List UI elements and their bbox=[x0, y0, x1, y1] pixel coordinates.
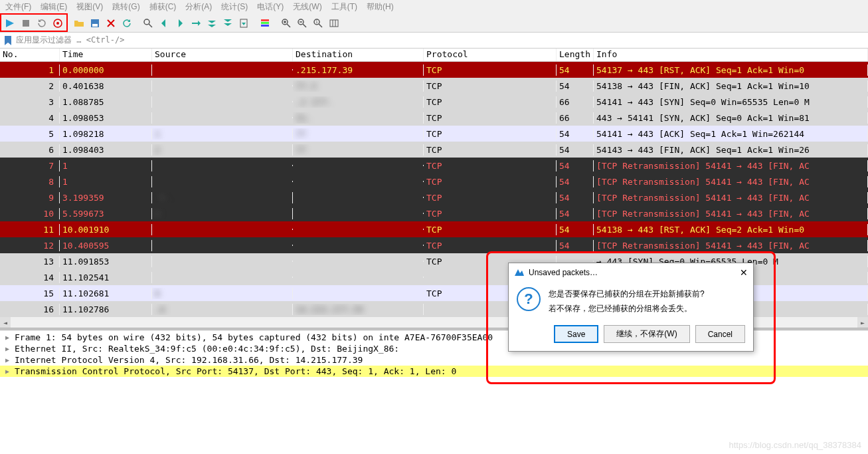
packet-row[interactable]: 41.098053 31.TCP66443 → 54141 [SYN, ACK]… bbox=[0, 110, 868, 126]
packet-row[interactable]: 71TCP54[TCP Retransmission] 54141 → 443 … bbox=[0, 158, 868, 173]
packet-row[interactable]: 105.599673 8TCP54[TCP Retransmission] 54… bbox=[0, 205, 868, 221]
expand-icon[interactable]: ▶ bbox=[5, 345, 15, 352]
filter-bar[interactable]: 应用显示过滤器 … <Ctrl-/> bbox=[0, 33, 868, 49]
expand-icon[interactable]: ▶ bbox=[5, 334, 15, 341]
watermark-text: https://blog.csdn.net/qq_38378384 bbox=[729, 440, 862, 450]
packet-row[interactable]: 61.098403 2 77TCP5454143 → 443 [FIN, ACK… bbox=[0, 142, 868, 158]
col-destination[interactable]: Destination bbox=[293, 49, 424, 61]
annotation-box-toolbar bbox=[0, 13, 68, 32]
close-file-icon[interactable] bbox=[104, 16, 118, 31]
svg-rect-14 bbox=[330, 20, 338, 27]
wireshark-icon bbox=[514, 267, 525, 278]
svg-rect-7 bbox=[261, 19, 269, 21]
svg-text:1: 1 bbox=[315, 19, 318, 24]
menu-wireless[interactable]: 无线(W) bbox=[293, 1, 321, 13]
go-to-icon[interactable] bbox=[189, 16, 203, 31]
menu-view[interactable]: 视图(V) bbox=[76, 1, 103, 13]
cancel-button[interactable]: Cancel bbox=[695, 325, 745, 343]
save-button[interactable]: Save bbox=[554, 325, 598, 343]
scroll-right-icon[interactable]: ► bbox=[857, 317, 868, 328]
annotation-box-dialog: Unsaved packets… ✕ ? 您是否要保存已捕获的分组在开始新捕获前… bbox=[486, 251, 776, 384]
resize-columns-icon[interactable] bbox=[327, 16, 341, 31]
save-file-icon[interactable] bbox=[88, 16, 102, 31]
toolbar: 1 bbox=[0, 14, 868, 33]
find-icon[interactable] bbox=[141, 16, 155, 31]
menu-help[interactable]: 帮助(H) bbox=[367, 1, 394, 13]
col-protocol[interactable]: Protocol bbox=[424, 49, 557, 61]
svg-rect-9 bbox=[261, 25, 269, 27]
packet-row[interactable]: 10.000000.215.177.39TCP5454137 → 443 [RS… bbox=[0, 62, 868, 78]
packet-row[interactable]: 1110.001910TCP5454138 → 443 [RST, ACK] S… bbox=[0, 221, 868, 237]
packet-row[interactable]: 20.401638 77.3TCP5454138 → 443 [FIN, ACK… bbox=[0, 78, 868, 94]
col-length[interactable]: Length bbox=[557, 49, 594, 61]
unsaved-dialog: Unsaved packets… ✕ ? 您是否要保存已捕获的分组在开始新捕获前… bbox=[508, 263, 754, 352]
zoom-reset-icon[interactable]: 1 bbox=[311, 16, 325, 31]
go-forward-icon[interactable] bbox=[173, 16, 187, 31]
svg-point-5 bbox=[144, 19, 149, 25]
packet-row[interactable]: 81TCP54[TCP Retransmission] 54141 → 443 … bbox=[0, 173, 868, 189]
packet-list-headers: No. Time Source Destination Protocol Len… bbox=[0, 49, 868, 62]
menu-go[interactable]: 跳转(G) bbox=[112, 1, 139, 13]
menubar: 文件(F) 编辑(E) 视图(V) 跳转(G) 捕获(C) 分析(A) 统计(S… bbox=[0, 0, 868, 14]
dialog-title: Unsaved packets… bbox=[529, 268, 598, 277]
col-no[interactable]: No. bbox=[0, 49, 60, 61]
expand-icon[interactable]: ▶ bbox=[5, 368, 15, 375]
packet-row[interactable]: 31.088785.2 177.TCP6654141 → 443 [SYN] S… bbox=[0, 94, 868, 110]
expand-icon[interactable]: ▶ bbox=[5, 356, 15, 364]
menu-tools[interactable]: 工具(T) bbox=[331, 1, 357, 13]
open-file-icon[interactable] bbox=[72, 16, 86, 31]
dialog-message: 您是否要保存已捕获的分组在开始新捕获前? 若不保存，您已经捕获的分组将会丢失。 bbox=[549, 287, 705, 316]
packet-row[interactable]: 51.0982181 77TCP5454141 → 443 [ACK] Seq=… bbox=[0, 126, 868, 142]
scroll-left-icon[interactable]: ◄ bbox=[0, 317, 11, 328]
go-first-icon[interactable] bbox=[205, 16, 219, 31]
menu-analyze[interactable]: 分析(A) bbox=[185, 1, 212, 13]
zoom-in-icon[interactable] bbox=[279, 16, 294, 31]
question-icon: ? bbox=[517, 287, 541, 311]
go-back-icon[interactable] bbox=[157, 16, 171, 31]
menu-tel[interactable]: 电话(Y) bbox=[257, 1, 284, 13]
zoom-out-icon[interactable] bbox=[295, 16, 309, 31]
col-info[interactable]: Info bbox=[594, 49, 868, 61]
svg-rect-4 bbox=[92, 24, 98, 27]
col-time[interactable]: Time bbox=[60, 49, 152, 61]
menu-stats[interactable]: 统计(S) bbox=[221, 1, 248, 13]
auto-scroll-icon[interactable] bbox=[236, 16, 251, 31]
dialog-titlebar: Unsaved packets… ✕ bbox=[509, 263, 753, 282]
filter-input[interactable]: 应用显示过滤器 … <Ctrl-/> bbox=[16, 35, 124, 46]
menu-capture[interactable]: 捕获(C) bbox=[149, 1, 177, 13]
menu-edit[interactable]: 编辑(E) bbox=[41, 1, 67, 13]
bookmark-icon bbox=[3, 35, 13, 46]
close-icon[interactable]: ✕ bbox=[740, 267, 748, 278]
go-last-icon[interactable] bbox=[220, 16, 235, 31]
packet-row[interactable]: 93.199359 .8.TCP54[TCP Retransmission] 5… bbox=[0, 189, 868, 205]
colorize-icon[interactable] bbox=[258, 16, 272, 31]
continue-without-saving-button[interactable]: 继续，不保存(W) bbox=[604, 325, 689, 343]
menu-file[interactable]: 文件(F) bbox=[5, 1, 31, 13]
svg-rect-8 bbox=[261, 22, 269, 24]
reload-icon[interactable] bbox=[120, 16, 134, 31]
col-source[interactable]: Source bbox=[152, 49, 293, 61]
